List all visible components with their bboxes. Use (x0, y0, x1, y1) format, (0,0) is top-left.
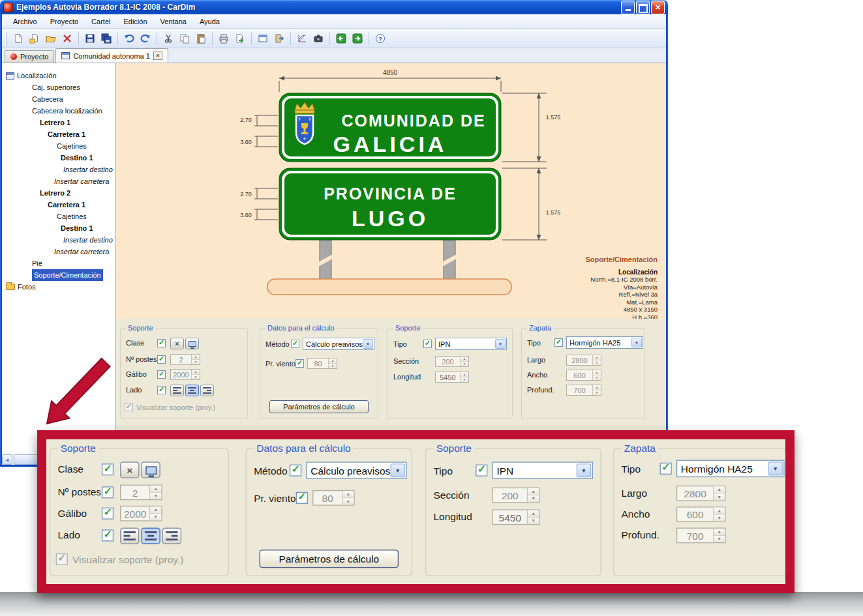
minimize-button[interactable] (621, 1, 635, 14)
profund-spinner[interactable]: 700 (676, 527, 726, 543)
lado-center-button[interactable] (185, 385, 199, 396)
galibo-spinner[interactable]: 2000 (170, 369, 200, 380)
metodo-combobox[interactable]: Cálculo preavisos (306, 462, 407, 479)
sign-drawing-canvas[interactable]: + + + COMUNIDAD DE GALICIA PROVINCIA DE … (116, 63, 664, 319)
tree-item-cajetines-b[interactable]: Cajetines (57, 211, 115, 222)
zapata-tipo-checkbox[interactable] (660, 463, 672, 475)
zapata-tipo-checkbox[interactable] (554, 338, 563, 347)
spinner-arrows-icon[interactable] (460, 372, 468, 382)
clase-preview-button[interactable] (141, 462, 160, 478)
galibo-checkbox[interactable] (157, 370, 166, 379)
restore-button[interactable] (636, 1, 650, 14)
new-project-icon[interactable] (27, 31, 42, 46)
parametros-calculo-button[interactable]: Parámetros de cálculo (260, 550, 399, 568)
tree-item-cabecera[interactable]: Cabecera (32, 93, 115, 105)
spinner-arrows-icon[interactable] (328, 359, 337, 368)
spinner-arrows-icon[interactable] (713, 508, 725, 521)
tree-item-cajetines[interactable]: Cajetines (57, 140, 115, 152)
close-button[interactable] (651, 1, 665, 14)
spinner-arrows-icon[interactable] (527, 488, 539, 502)
tree-item-insertar-destino-b[interactable]: Insertar destino (63, 234, 115, 246)
tree-item-insertar-carretera-b[interactable]: Insertar carretera (54, 246, 115, 257)
viento-field[interactable]: 80 (312, 490, 355, 506)
ancho-spinner[interactable]: 600 (676, 506, 726, 522)
menu-proyecto[interactable]: Proyecto (44, 16, 84, 27)
delete-icon[interactable] (59, 31, 75, 46)
largo-spinner[interactable]: 2800 (566, 355, 601, 366)
sign-2[interactable]: PROVINCIA DE LUGO (279, 168, 501, 240)
tree-item-destino-1[interactable]: Destino 1 (61, 152, 115, 164)
redo-icon[interactable] (138, 31, 153, 46)
tree-item-pie[interactable]: Pie (32, 257, 115, 269)
chevron-down-icon[interactable] (495, 339, 506, 349)
print-icon[interactable] (216, 31, 232, 46)
tipo-combobox[interactable]: IPN (435, 338, 507, 350)
menu-archivo[interactable]: Archivo (7, 16, 43, 27)
clase-x-button[interactable] (120, 462, 140, 478)
tree-item-soporte-cimentacion[interactable]: Soporte/Cimentación (32, 269, 115, 281)
insert-cartel-icon[interactable] (271, 31, 287, 46)
spinner-arrows-icon[interactable] (713, 529, 725, 542)
clase-checkbox[interactable] (102, 463, 114, 475)
tree-item-letrero-2[interactable]: Letrero 2 (40, 187, 115, 199)
menu-ayuda[interactable]: Ayuda (194, 16, 226, 27)
close-tab-icon[interactable] (153, 51, 162, 60)
npostes-spinner[interactable]: 2 (170, 354, 200, 365)
tree-item-destino-1b[interactable]: Destino 1 (61, 222, 115, 234)
chevron-down-icon[interactable] (631, 338, 642, 347)
viento-field[interactable]: 80 (307, 358, 337, 369)
viento-checkbox[interactable] (295, 359, 304, 368)
spinner-arrows-icon[interactable] (592, 370, 601, 380)
lado-center-button[interactable] (141, 527, 160, 544)
viento-checkbox[interactable] (296, 492, 308, 504)
spinner-arrows-icon[interactable] (342, 491, 354, 505)
spinner-arrows-icon[interactable] (191, 355, 200, 364)
visualizar-checkbox[interactable] (56, 553, 68, 565)
lado-right-button[interactable] (162, 527, 182, 544)
galibo-checkbox[interactable] (102, 508, 114, 520)
back-icon[interactable] (333, 31, 349, 46)
chevron-down-icon[interactable] (390, 463, 404, 477)
scroll-left-icon[interactable] (2, 454, 12, 465)
tab-comunidad-autonoma[interactable]: Comunidad autonoma 1 (55, 48, 168, 63)
paste-icon[interactable] (193, 31, 209, 46)
tree-item-letrero-1[interactable]: Letrero 1 (40, 117, 115, 128)
spinner-arrows-icon[interactable] (592, 355, 601, 365)
seccion-spinner[interactable]: 200 (492, 488, 539, 503)
photos-camera-icon[interactable] (310, 31, 326, 46)
forward-icon[interactable] (350, 31, 365, 46)
metodo-checkbox[interactable] (291, 340, 299, 348)
menu-ventana[interactable]: Ventana (155, 16, 192, 27)
metodo-combobox[interactable]: Cálculo preavisos (303, 338, 374, 350)
tipo-combobox[interactable]: IPN (492, 462, 593, 479)
tree-item-caj-superiores[interactable]: Caj. superiores (32, 81, 115, 93)
galibo-spinner[interactable]: 2000 (120, 506, 162, 521)
visualizar-checkbox[interactable] (125, 403, 133, 411)
ancho-spinner[interactable]: 600 (566, 370, 601, 381)
tree-item-carretera-1b[interactable]: Carretera 1 (48, 199, 115, 211)
spinner-arrows-icon[interactable] (713, 486, 725, 500)
undo-icon[interactable] (121, 31, 137, 46)
tree-item-insertar-carretera[interactable]: Insertar carretera (54, 175, 115, 187)
tree-item-localizacion[interactable]: Localización (6, 70, 115, 81)
spinner-arrows-icon[interactable] (149, 506, 161, 520)
menu-edicion[interactable]: Edición (117, 16, 153, 27)
zapata-tipo-combobox[interactable]: Hormigón HA25 (566, 336, 643, 349)
lado-right-button[interactable] (200, 385, 214, 396)
sign-1[interactable]: + + + COMUNIDAD DE GALICIA (279, 93, 501, 162)
spinner-arrows-icon[interactable] (527, 510, 539, 524)
open-folder-icon[interactable] (43, 31, 59, 46)
spinner-arrows-icon[interactable] (592, 385, 601, 395)
copy-icon[interactable] (177, 31, 192, 46)
help-icon[interactable]: ? (372, 31, 388, 46)
metodo-checkbox[interactable] (290, 465, 301, 477)
chevron-down-icon[interactable] (768, 462, 782, 475)
spinner-arrows-icon[interactable] (191, 370, 200, 379)
lado-checkbox[interactable] (157, 386, 166, 394)
clase-preview-button[interactable] (185, 338, 199, 349)
tipo-checkbox[interactable] (423, 340, 432, 348)
tree-item-fotos[interactable]: Fotos (6, 281, 115, 293)
cut-icon[interactable] (160, 31, 176, 46)
seccion-spinner[interactable]: 200 (435, 356, 469, 367)
zapata-tipo-combobox[interactable]: Hormigón HA25 (676, 460, 785, 478)
